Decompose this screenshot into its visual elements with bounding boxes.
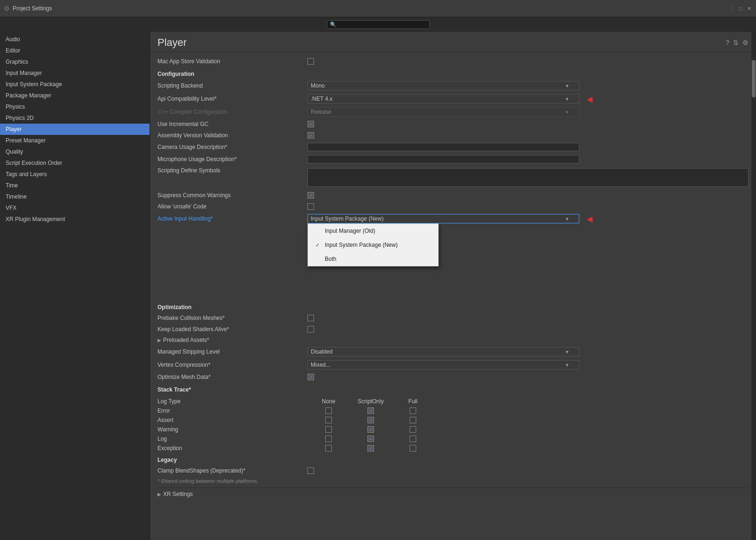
menu-button[interactable]: ⋮ — [729, 5, 735, 12]
allow-unsafe-checkbox[interactable] — [307, 203, 314, 210]
sidebar-item-preset-manager[interactable]: Preset Manager — [0, 135, 150, 146]
sidebar-item-audio[interactable]: Audio — [0, 34, 150, 45]
exception-none-checkbox[interactable] — [325, 445, 332, 451]
optimize-mesh-label: Optimize Mesh Data* — [157, 374, 307, 380]
scripting-backend-select[interactable]: Mono ▼ — [307, 81, 579, 90]
maximize-button[interactable]: □ — [737, 5, 744, 12]
vertex-compression-select[interactable]: Mixed... ▼ — [307, 360, 579, 370]
sort-icon[interactable]: ⇅ — [733, 39, 739, 46]
optimization-header: Optimization — [157, 300, 749, 312]
error-full-checkbox[interactable] — [410, 407, 416, 414]
active-input-arrow-indicator: ◀ — [587, 215, 592, 223]
search-bar: 🔍 — [0, 17, 756, 32]
sidebar-item-time[interactable]: Time — [0, 180, 150, 191]
stack-trace-header: Stack Trace* — [157, 383, 749, 395]
dropdown-item-input-manager[interactable]: Input Manager (Old) — [308, 224, 438, 238]
page-title: Player — [157, 37, 187, 49]
scripting-backend-label: Scripting Backend — [157, 82, 307, 89]
managed-stripping-value: Disabled — [311, 348, 333, 355]
stack-cols: None ScriptOnly Full — [307, 398, 749, 405]
sidebar-item-graphics[interactable]: Graphics — [0, 56, 150, 67]
sidebar-item-xr-plugin-management[interactable]: XR Plugin Management — [0, 214, 150, 225]
preloaded-assets-foldout-icon[interactable]: ▶ — [157, 338, 161, 343]
keep-shaders-checkbox[interactable] — [307, 326, 314, 333]
scrollbar-thumb[interactable] — [752, 60, 756, 97]
camera-usage-input[interactable] — [307, 143, 579, 151]
close-button[interactable]: ✕ — [746, 5, 752, 12]
error-none-checkbox[interactable] — [325, 407, 332, 414]
api-compatibility-arrow: ▼ — [565, 96, 569, 102]
microphone-usage-row: Microphone Usage Description* — [157, 153, 749, 165]
settings-gear-icon[interactable]: ⚙ — [742, 39, 749, 46]
camera-usage-label: Camera Usage Description* — [157, 144, 307, 150]
assert-full-cell — [392, 417, 434, 423]
window-title: Project Settings — [13, 5, 52, 12]
sidebar-item-script-execution-order[interactable]: Script Execution Order — [0, 157, 150, 169]
assert-none-checkbox[interactable] — [325, 417, 332, 423]
dropdown-item-both[interactable]: Both — [308, 252, 438, 266]
stack-exception-checkboxes — [307, 445, 749, 451]
sidebar-item-editor[interactable]: Editor — [0, 45, 150, 56]
sidebar-item-package-manager[interactable]: Package Manager — [0, 90, 150, 101]
mac-app-store-checkbox[interactable] — [307, 58, 314, 65]
xr-settings-label[interactable]: XR Settings — [163, 491, 193, 497]
search-input[interactable] — [338, 22, 427, 28]
error-none-cell — [307, 407, 350, 414]
exception-full-checkbox[interactable] — [410, 445, 416, 451]
stack-warning-checkboxes — [307, 426, 749, 433]
log-scriptonly-cell — [350, 436, 392, 442]
sidebar-item-quality[interactable]: Quality — [0, 146, 150, 157]
assert-full-checkbox[interactable] — [410, 417, 416, 423]
managed-stripping-select[interactable]: Disabled ▼ — [307, 347, 579, 356]
sidebar-item-physics-2d[interactable]: Physics 2D — [0, 112, 150, 124]
configuration-header: Configuration — [157, 67, 749, 79]
api-compatibility-select[interactable]: .NET 4.x ▼ — [307, 94, 579, 104]
microphone-usage-label: Microphone Usage Description* — [157, 156, 307, 163]
stack-trace-table: Log Type None ScriptOnly Full Error — [157, 397, 749, 453]
clamp-blendshapes-checkbox[interactable] — [307, 467, 314, 474]
dropdown-item-input-system[interactable]: ✓ Input System Package (New) — [308, 238, 438, 252]
help-icon[interactable]: ? — [726, 39, 729, 46]
suppress-warnings-checkbox[interactable] — [307, 192, 314, 199]
optimize-mesh-checkbox[interactable] — [307, 374, 314, 380]
dropdown-item-label-0: Input Manager (Old) — [325, 228, 375, 234]
log-scriptonly-checkbox[interactable] — [367, 436, 374, 442]
scripting-define-textarea[interactable] — [307, 168, 749, 187]
sidebar-item-input-manager[interactable]: Input Manager — [0, 67, 150, 79]
sidebar-item-player[interactable]: Player — [0, 124, 150, 135]
sidebar-item-tags-and-layers[interactable]: Tags and Layers — [0, 169, 150, 180]
sidebar-item-vfx[interactable]: VFX — [0, 202, 150, 214]
log-none-checkbox[interactable] — [325, 436, 332, 442]
log-full-checkbox[interactable] — [410, 436, 416, 442]
exception-scriptonly-checkbox[interactable] — [367, 445, 374, 451]
warning-none-checkbox[interactable] — [325, 426, 332, 433]
log-type-col-label: Log Type — [157, 398, 307, 405]
sidebar: Audio Editor Graphics Input Manager Inpu… — [0, 32, 150, 540]
assert-scriptonly-checkbox[interactable] — [367, 417, 374, 423]
title-bar: ⚙ Project Settings ⋮ □ ✕ — [0, 0, 756, 17]
warning-full-checkbox[interactable] — [410, 426, 416, 433]
microphone-usage-input[interactable] — [307, 155, 579, 163]
mac-app-store-label: Mac App Store Validation — [157, 58, 307, 65]
incremental-gc-checkbox[interactable] — [307, 121, 314, 127]
sidebar-item-timeline[interactable]: Timeline — [0, 191, 150, 202]
cpp-compiler-row: C++ Compiler Configuration Release ▼ — [157, 105, 749, 118]
sidebar-item-physics[interactable]: Physics — [0, 101, 150, 112]
optimization-spacer: Optimization — [157, 300, 749, 312]
content-body: Mac App Store Validation Configuration S… — [150, 52, 756, 504]
managed-stripping-row: Managed Stripping Level Disabled ▼ — [157, 345, 749, 358]
settings-icon: ⚙ — [4, 5, 10, 12]
content-header: Player ? ⇅ ⚙ — [150, 32, 756, 52]
error-scriptonly-checkbox[interactable] — [367, 407, 374, 414]
prebake-collision-checkbox[interactable] — [307, 315, 314, 321]
xr-settings-foldout-icon[interactable]: ▶ — [157, 492, 161, 497]
stack-exception-label: Exception — [157, 445, 307, 451]
warning-scriptonly-checkbox[interactable] — [367, 426, 374, 433]
optimize-mesh-row: Optimize Mesh Data* — [157, 371, 749, 383]
error-scriptonly-cell — [350, 407, 392, 414]
sidebar-item-input-system-package[interactable]: Input System Package — [0, 79, 150, 90]
active-input-select[interactable]: Input System Package (New) ▼ — [307, 214, 579, 223]
stack-warning-label: Warning — [157, 426, 307, 433]
assembly-version-checkbox[interactable] — [307, 132, 314, 139]
scripting-backend-row: Scripting Backend Mono ▼ — [157, 79, 749, 92]
